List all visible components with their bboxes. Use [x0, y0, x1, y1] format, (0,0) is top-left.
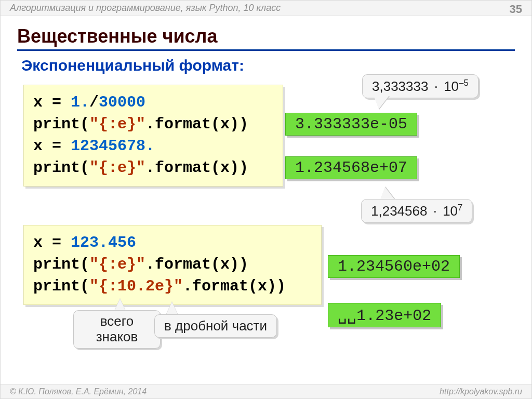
code-token: 12345678.: [71, 137, 155, 155]
slide: Алгоритмизация и программирование, язык …: [0, 0, 532, 399]
code-token: .format(x)): [145, 159, 248, 177]
code-token: print(: [33, 115, 89, 133]
code-token: print(: [33, 159, 89, 177]
code-token: print(: [33, 256, 89, 273]
code-block-2: x = 123.456 print("{:e}".format(x)) prin…: [23, 225, 322, 305]
callout-total-digits-text: всего знаков: [83, 314, 151, 345]
header-bar: Алгоритмизация и программирование, язык …: [1, 1, 531, 16]
code-token: .format(x)): [145, 115, 248, 133]
code-token: print(: [33, 277, 89, 295]
code-line: x = 12345678.: [33, 135, 273, 157]
callout-sci-1: 3,333333 · 10–5: [362, 74, 478, 98]
code-token: x =: [33, 94, 71, 111]
footer-url: http://kpolyakov.spb.ru: [440, 387, 522, 396]
course-label: Алгоритмизация и программирование, язык …: [10, 3, 281, 14]
code-token: "{:e}": [89, 256, 145, 273]
code-token: 30000: [99, 94, 145, 111]
callout-sci-2-mantissa: 1,234568: [371, 203, 427, 219]
output-4-text: 1.23e+02: [356, 307, 431, 325]
callout-tail-icon: [166, 302, 178, 315]
code-token: "{:10.2e}": [89, 277, 183, 295]
code-line: print("{:10.2e}".format(x)): [33, 275, 312, 297]
output-2: 1.234568e+07: [285, 156, 417, 179]
callout-fraction-digits: в дробной части: [154, 314, 277, 338]
footer-bar: © К.Ю. Поляков, Е.А. Ерёмин, 2014 http:/…: [1, 384, 531, 398]
page-number: 35: [510, 3, 522, 16]
code-line: x = 1./30000: [33, 91, 273, 113]
code-token: "{:e}": [89, 159, 145, 177]
callout-tail-icon: [374, 96, 389, 109]
output-3: 1.234560e+02: [328, 255, 460, 278]
code-token: x =: [33, 137, 71, 155]
code-line: print("{:e}".format(x)): [33, 254, 312, 275]
callout-sci-1-base: 10: [444, 78, 459, 94]
code-line: print("{:e}".format(x)): [33, 157, 273, 179]
code-token: "{:e}": [89, 115, 145, 133]
code-block-1: x = 1./30000 print("{:e}".format(x)) x =…: [23, 85, 283, 187]
copyright-label: © К.Ю. Поляков, Е.А. Ерёмин, 2014: [10, 387, 147, 396]
callout-fraction-digits-text: в дробной части: [164, 318, 267, 334]
callout-sci-2-exp: 7: [458, 203, 462, 212]
code-token: x =: [33, 234, 71, 251]
code-token: 1.: [71, 94, 89, 111]
code-line: x = 123.456: [33, 232, 312, 254]
code-line: print("{:e}".format(x)): [33, 113, 273, 135]
subtitle: Экспоненциальный формат:: [21, 57, 244, 74]
callout-total-digits: всего знаков: [73, 310, 161, 349]
code-token: .format(x)): [183, 277, 286, 295]
code-token: .format(x)): [145, 256, 248, 273]
output-1: 3.333333e-05: [285, 113, 417, 136]
code-token: 123.456: [71, 234, 136, 251]
dot-icon: ·: [432, 78, 440, 94]
callout-sci-2-base: 10: [443, 203, 458, 219]
callout-sci-1-mantissa: 3,333333: [372, 78, 428, 94]
dot-icon: ·: [431, 203, 439, 219]
callout-sci-1-exp: –5: [459, 78, 469, 88]
callout-sci-2: 1,234568 · 107: [361, 199, 472, 223]
space-glyph-icon: ␣␣: [338, 307, 356, 325]
output-4: ␣␣1.23e+02: [328, 303, 441, 327]
code-token: /: [89, 94, 99, 111]
page-title: Вещественные числа: [17, 25, 515, 51]
